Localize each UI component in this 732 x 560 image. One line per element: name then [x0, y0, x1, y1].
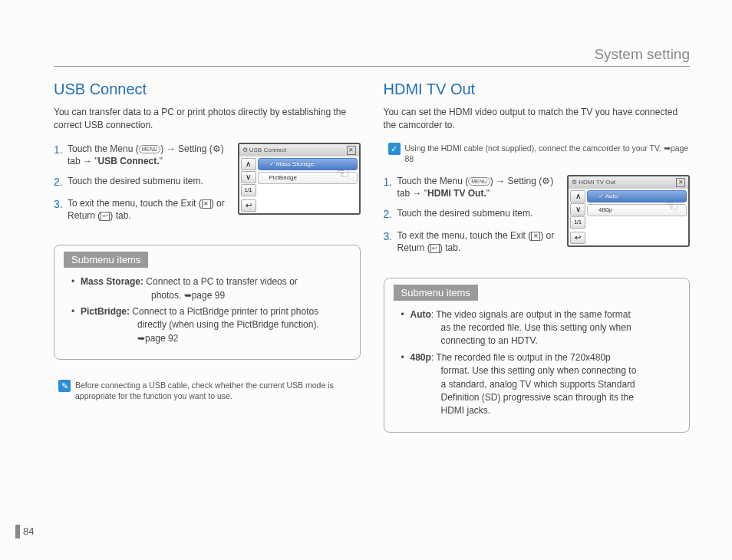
return-button: ↩ [570, 232, 585, 244]
screen-close-icon: ✕ [676, 178, 685, 187]
submenu-pictbridge: PictBridge: Connect to a PictBridge prin… [71, 305, 348, 345]
return-icon: ↩ [101, 212, 110, 221]
step-3: 3. To exit the menu, touch the Exit (✕) … [384, 229, 560, 254]
step-1: 1. Touch the Menu (MENU) → Setting (⚙) t… [54, 143, 230, 167]
section-title-usb: USB Connect [54, 81, 361, 98]
check-icon: ✓ [388, 143, 401, 155]
menu-icon: MENU [468, 177, 490, 186]
finger-pointer-icon: ☜ [665, 196, 679, 215]
hdmi-banner: ✓ Using the HDMI cable (not supplied), c… [388, 143, 691, 164]
hdmi-section: HDMI TV Out You can set the HDMI video o… [384, 81, 691, 433]
usb-submenu-box: Submenu items Mass Storage: Connect to a… [54, 245, 361, 360]
menu-icon: MENU [139, 145, 161, 153]
step-1: 1. Touch the Menu (MENU) → Setting (⚙) t… [384, 175, 560, 199]
return-button: ↩ [241, 199, 256, 212]
step-3: 3. To exit the menu, touch the Exit (✕) … [54, 197, 230, 222]
finger-pointer-icon: ☜ [336, 164, 350, 183]
hdmi-submenu-box: Submenu items Auto: The video signals ar… [384, 278, 691, 433]
hdmi-intro: You can set the HDMI video output to mat… [384, 106, 691, 132]
nav-up-button: ∧ [241, 158, 256, 170]
submenu-480p: 480p: The recorded file is output in the… [401, 351, 678, 418]
usb-screenshot: ⚙ USB Connect ✕ ∧ ∨ 1/1 ✓ Mass Storage [238, 143, 361, 230]
section-title-hdmi: HDMI TV Out [384, 81, 691, 98]
gear-icon: ⚙ [213, 143, 221, 154]
step-2: 2. Touch the desired submenu item. [384, 207, 560, 222]
screen-close-icon: ✕ [347, 146, 356, 155]
note-icon: ✎ [58, 380, 71, 392]
step-2: 2. Touch the desired submenu item. [54, 175, 230, 189]
submenu-mass-storage: Mass Storage: Connect to a PC to transfe… [71, 275, 348, 302]
submenu-header: Submenu items [394, 285, 478, 301]
submenu-header: Submenu items [64, 252, 148, 268]
usb-intro: You can transfer data to a PC or print p… [54, 106, 361, 132]
nav-down-button: ∨ [570, 203, 585, 216]
nav-down-button: ∨ [241, 171, 256, 183]
close-icon: ✕ [202, 199, 211, 209]
usb-note: ✎ Before connecting a USB cable, check w… [58, 380, 361, 401]
hdmi-screenshot: ⚙ HDMI TV Out ✕ ∧ ∨ 1/1 ✓ Auto 480p [567, 175, 690, 262]
page-header: System setting [54, 46, 690, 67]
page-number: 84 [23, 525, 34, 537]
submenu-auto: Auto: The video signals are output in th… [401, 308, 678, 348]
close-icon: ✕ [531, 232, 540, 241]
nav-up-button: ∧ [570, 190, 585, 203]
nav-page-indicator: 1/1 [570, 216, 585, 229]
usb-connect-section: USB Connect You can transfer data to a P… [54, 81, 361, 433]
return-icon: ↩ [430, 244, 440, 253]
gear-icon: ⚙ [542, 176, 550, 186]
page-accent-bar [15, 525, 20, 539]
nav-page-indicator: 1/1 [241, 184, 256, 196]
